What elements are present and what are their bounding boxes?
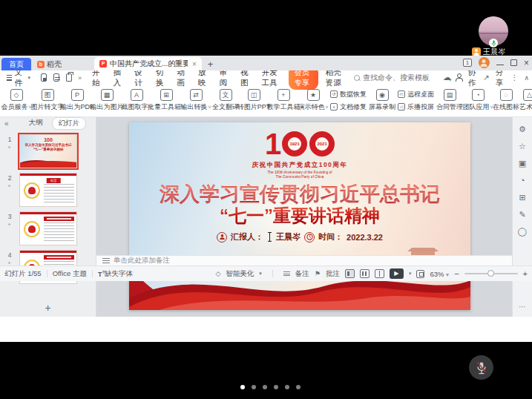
- page-dot[interactable]: [296, 385, 301, 389]
- beautify-icon[interactable]: ☆: [519, 142, 526, 151]
- slide-byline[interactable]: 汇报人： 王晨岑 时间： 2022.3.22: [129, 231, 470, 243]
- theme-name[interactable]: Office 主题: [53, 269, 87, 279]
- sidebar-more-icon[interactable]: ⋯: [519, 303, 526, 311]
- layers-icon[interactable]: ▣: [519, 159, 526, 168]
- reading-view-icon[interactable]: [375, 269, 384, 278]
- more-menu-icon[interactable]: ⋮: [510, 73, 518, 82]
- share-icon[interactable]: ↗: [483, 73, 489, 82]
- thumb-heading: 前言: [47, 178, 61, 183]
- zoom-slider[interactable]: [464, 273, 518, 274]
- quick-access-overflow-icon[interactable]: »: [78, 74, 82, 82]
- properties-icon[interactable]: ⚙: [519, 125, 526, 133]
- resources-icon[interactable]: ⊞: [519, 193, 525, 202]
- window-stack-icon[interactable]: 1: [463, 59, 472, 67]
- account-avatar[interactable]: [479, 57, 490, 68]
- chevron-down-icon[interactable]: ▾: [259, 271, 262, 277]
- ribbon-item-team-apps[interactable]: ◔团队应用: [463, 89, 493, 112]
- screenshot-ocr-icon: A: [131, 89, 143, 101]
- view-options-icon[interactable]: [53, 73, 59, 82]
- slide-1-canvas[interactable]: 1 1921 2021 庆祝中国共产党成立100周年 The 100th Ann…: [129, 122, 470, 310]
- minimize-button[interactable]: [496, 65, 504, 65]
- ribbon-item-remote-desktop[interactable]: ▭远程桌面: [398, 90, 434, 99]
- clock-icon: [304, 232, 315, 243]
- member-services-icon: ◇: [10, 89, 23, 101]
- presenter-label: 汇报人：: [231, 231, 263, 243]
- microphone-muted-button[interactable]: [469, 355, 493, 380]
- page-dot[interactable]: [285, 385, 289, 389]
- tab-slides[interactable]: 幻灯片: [52, 117, 87, 130]
- play-options-icon[interactable]: ▾: [409, 271, 412, 277]
- tab-home[interactable]: 首页: [1, 58, 31, 70]
- notes-bar[interactable]: 单击此处添加备注: [96, 255, 512, 266]
- close-button[interactable]: ×: [524, 59, 529, 67]
- zoom-level[interactable]: 63% ▾: [430, 270, 449, 278]
- ribbon-item-output-convert[interactable]: ⇄输出转换: [181, 89, 211, 112]
- save-icon[interactable]: [41, 73, 47, 82]
- comments-toggle-label[interactable]: 批注: [326, 269, 340, 279]
- new-tab-button[interactable]: +: [208, 59, 214, 70]
- slide-title-line1[interactable]: 深入学习宣传贯彻习近平总书记: [129, 184, 470, 205]
- ribbon-item-doc-repair[interactable]: +文档修复: [330, 102, 367, 112]
- collapse-ribbon-icon[interactable]: ∧: [524, 74, 529, 82]
- tab-outline[interactable]: 大纲: [23, 117, 49, 130]
- ribbon-toolbar: ◇会员服务 图图片转文字 P输出为PDF ▦输出为图片 A截图取字 ⊞批量工具箱…: [0, 85, 532, 117]
- ribbon-item-translate[interactable]: 文全文翻译: [212, 89, 239, 112]
- print-icon[interactable]: [66, 73, 72, 82]
- ribbon-item-batch-toolbox[interactable]: ⊞批量工具箱: [151, 89, 181, 112]
- slide-thumbnail-2[interactable]: 前言: [19, 173, 77, 207]
- zoom-in-button[interactable]: +: [523, 269, 528, 278]
- ribbon-item-data-recovery[interactable]: ↺数据恢复: [330, 90, 367, 99]
- ribbon-item-member-services[interactable]: ◇会员服务: [1, 89, 31, 112]
- page-dot[interactable]: [263, 385, 267, 389]
- page-dot[interactable]: [252, 385, 256, 389]
- fit-slide-icon[interactable]: [416, 270, 424, 278]
- help-icon[interactable]: ◯: [518, 227, 527, 236]
- panel-header: « 大纲 幻灯片: [0, 117, 96, 130]
- zoom-out-button[interactable]: −: [454, 269, 459, 278]
- notes-expand-icon: [102, 258, 110, 263]
- ribbon-item-screen-record[interactable]: ◉屏幕录制: [369, 89, 395, 112]
- centenary-logo: 1 1921 2021: [129, 129, 470, 159]
- right-tool-sidebar: ⚙ ☆ ▣ ◔ ⊞ ✎ ◯ ⋯: [512, 117, 532, 317]
- slide-sorter-view-icon[interactable]: [360, 269, 370, 278]
- play-slideshow-button[interactable]: ▶: [390, 268, 404, 279]
- page-dot[interactable]: [240, 385, 245, 389]
- zoom-slider-knob[interactable]: [487, 270, 494, 277]
- restore-button[interactable]: [510, 59, 517, 66]
- slide-thumbnail-3[interactable]: [19, 211, 77, 245]
- time-label: 时间：: [318, 231, 343, 243]
- smart-beautify-label[interactable]: 智能美化: [226, 269, 254, 279]
- ribbon-item-teaching-toolbox[interactable]: +教学工具箱: [269, 89, 298, 112]
- search-input[interactable]: [363, 73, 443, 82]
- slide-thumbnail-1[interactable]: 100 深入学习宣传贯彻习近平总书记 “七一”重要讲话精神: [19, 134, 77, 168]
- ribbon-item-export-image[interactable]: ▦输出为图片: [92, 89, 122, 112]
- ribbon-item-cast-screen[interactable]: ◁乐播投屏: [398, 102, 434, 112]
- collaborate-icon[interactable]: [457, 73, 462, 82]
- chevron-down-icon: ▾: [28, 75, 31, 81]
- slide-thumb-row-2: 2▸ 前言: [0, 173, 96, 207]
- notes-toggle-label[interactable]: 备注: [295, 269, 309, 279]
- tab-document[interactable]: P 中国共产党成立...的重要讲话精神 ×: [94, 57, 202, 70]
- ribbon-item-image-to-text[interactable]: 图图片转文字: [33, 89, 62, 112]
- page-dot[interactable]: [274, 385, 278, 389]
- ribbon-stack-recovery: ↺数据恢复 +文档修复: [330, 90, 367, 112]
- presentation-features-icon: ★: [307, 89, 320, 101]
- command-search[interactable]: [354, 73, 443, 82]
- tab-close-icon[interactable]: ×: [192, 60, 197, 68]
- collapse-panel-icon[interactable]: «: [0, 119, 13, 128]
- ribbon-item-wordart[interactable]: △艺术字: [519, 89, 532, 112]
- history-icon[interactable]: ◔: [520, 176, 525, 185]
- missing-font-label[interactable]: 缺失字体: [105, 269, 133, 279]
- normal-view-icon[interactable]: [345, 269, 355, 278]
- tab-store[interactable]: b 稻壳: [31, 58, 68, 70]
- ribbon-item-presentation-features[interactable]: ★演示特色: [298, 89, 328, 112]
- cloud-sync-icon[interactable]: ☁✓: [443, 73, 451, 82]
- slide-title-line2[interactable]: “七一”重要讲话精神: [129, 205, 470, 225]
- notes-panel-icon[interactable]: ✎: [519, 210, 525, 219]
- ribbon-item-online-icons[interactable]: ◌在线图标: [493, 89, 519, 112]
- ribbon-item-export-pdf[interactable]: P输出为PDF: [62, 89, 92, 112]
- ribbon-item-contract-management[interactable]: ▤合同管理: [436, 89, 463, 112]
- contract-management-icon: ▤: [444, 89, 456, 101]
- ribbon-item-image-ppt[interactable]: ◫转图片PPT: [239, 89, 269, 112]
- add-slide-button[interactable]: +: [45, 302, 50, 314]
